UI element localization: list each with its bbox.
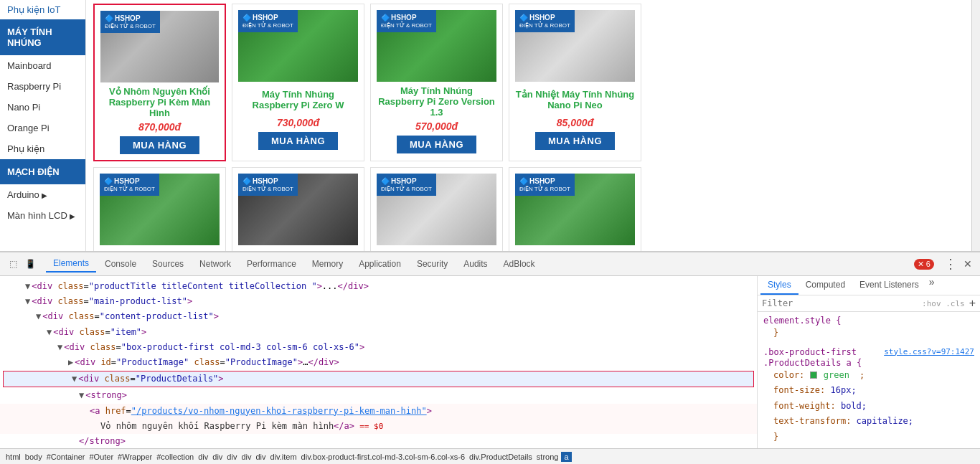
color-swatch-green: [810, 371, 817, 379]
breadcrumb-wrapper[interactable]: #Wrapper: [116, 453, 154, 461]
tab-audits[interactable]: Audits: [456, 256, 494, 272]
breadcrumb-bar: html body #Container #Outer #Wrapper #co…: [0, 448, 980, 464]
sidebar-item-raspberry[interactable]: Raspberry Pi: [0, 76, 85, 97]
product-title-4: Tản Nhiệt Máy Tính Nhúng Nano Pi Neo: [515, 85, 635, 114]
css-close-element: }: [763, 326, 974, 341]
sidebar-section-header-0: MÁY TÍNH NHÚNG: [0, 19, 85, 55]
tab-styles[interactable]: Styles: [760, 276, 798, 295]
buy-button-2[interactable]: MUA HÀNG: [258, 132, 338, 150]
breadcrumb-div5[interactable]: div: [254, 453, 267, 461]
tab-network[interactable]: Network: [192, 256, 238, 272]
hshop-logo-4: 🔷HSHOP ĐIỆN TỬ & ROBOT: [515, 10, 575, 32]
html-line-7: ▼<div class="ProductDetails">: [3, 371, 754, 387]
html-line-11: </strong>: [0, 434, 757, 448]
devtools-icons: ⬚ 📱: [6, 257, 37, 271]
breadcrumb-div4[interactable]: div: [240, 453, 253, 461]
devtools-right-icons: ✕ 6 ⋮ ✕: [914, 256, 974, 272]
device-icon[interactable]: 📱: [23, 257, 37, 271]
breadcrumb-div1[interactable]: div: [197, 453, 209, 461]
breadcrumb-strong[interactable]: strong: [535, 453, 560, 461]
expand-arrow-8[interactable]: ▼: [79, 390, 84, 400]
buy-button-4[interactable]: MUA HÀNG: [535, 132, 615, 150]
breadcrumb-div3[interactable]: div: [225, 453, 238, 461]
devtools-close-button[interactable]: ✕: [961, 257, 974, 270]
css-close-box: }: [763, 430, 974, 445]
tab-sources[interactable]: Sources: [145, 256, 191, 272]
css-prop-fontweight: font-weight: bold;: [763, 399, 974, 415]
hshop-logo-8: 🔷HSHOP ĐIỆN TỬ & ROBOT: [515, 174, 575, 196]
css-rule-element-style: element.style { }: [763, 315, 974, 341]
tab-memory[interactable]: Memory: [305, 256, 350, 272]
product-price-4: 85,000đ: [515, 117, 635, 128]
tab-adblock[interactable]: AdBlock: [496, 256, 542, 272]
styles-add-button[interactable]: +: [969, 298, 976, 309]
expand-arrow-3[interactable]: ▼: [36, 311, 41, 321]
expand-arrow-2[interactable]: ▼: [25, 296, 30, 306]
css-prop-texttransform: text-transform: capitalize;: [763, 414, 974, 430]
product-price-3: 570,000đ: [377, 120, 496, 132]
breadcrumb-collection[interactable]: #collection: [155, 453, 195, 461]
html-line-3: ▼<div class="content-product-list">: [0, 309, 757, 324]
product-img-3: 🔷HSHOP ĐIỆN TỬ & ROBOT: [377, 10, 496, 82]
breadcrumb-container[interactable]: #Container: [45, 453, 87, 461]
equals-marker: == $0: [359, 422, 383, 431]
product-price-1: 870,000đ: [100, 121, 219, 133]
expand-arrow-6[interactable]: ▶: [68, 357, 73, 367]
buy-button-3[interactable]: MUA HÀNG: [397, 136, 476, 153]
tab-security[interactable]: Security: [410, 256, 455, 272]
sidebar-top-link[interactable]: Phụ kiện IoT: [0, 0, 85, 19]
html-panel[interactable]: ▼<div class="productTitle titleContent t…: [0, 276, 758, 448]
scrollbar-right[interactable]: [971, 0, 980, 251]
tab-computed[interactable]: Computed: [798, 276, 852, 295]
tab-console[interactable]: Console: [98, 256, 143, 272]
breadcrumb-outer[interactable]: #Outer: [88, 453, 115, 461]
product-card-2: 🔷HSHOP ĐIỆN TỬ & ROBOT Máy Tính Nhúng Ra…: [232, 4, 364, 161]
tab-elements[interactable]: Elements: [46, 255, 96, 273]
breadcrumb-product-details[interactable]: div.ProductDetails: [468, 453, 534, 461]
sidebar-item-lcd[interactable]: Màn hình LCD: [0, 205, 85, 226]
breadcrumb-box-product[interactable]: div.box-product-first.col-md-3.col-sm-6.…: [300, 453, 466, 461]
css-selector-productdetails: .ProductDetails a {: [763, 358, 974, 368]
devtools-menu-icon[interactable]: ⋮: [944, 256, 957, 272]
tab-application[interactable]: Application: [352, 256, 408, 272]
sidebar-item-mainboard[interactable]: Mainboard: [0, 55, 85, 76]
sidebar-item-phukien[interactable]: Phụ kiện: [0, 138, 85, 159]
html-line-5: ▼<div class="box-product-first col-md-3 …: [0, 340, 757, 355]
css-source-box: .box-product-first style.css?v=97:1427: [763, 347, 974, 357]
styles-tab-more[interactable]: »: [929, 276, 935, 295]
href-link[interactable]: "/products/vo-nhom-nguyen-khoi-raspberry…: [131, 406, 427, 416]
product-card-7: 🔷HSHOP ĐIỆN TỬ & ROBOT: [370, 167, 503, 251]
css-source-link-1[interactable]: style.css?v=97:1427: [884, 347, 974, 357]
product-title-3: Máy Tính Nhúng Raspberry Pi Zero Version…: [377, 85, 496, 118]
breadcrumb-body[interactable]: body: [24, 453, 44, 461]
breadcrumb-div2[interactable]: div: [211, 453, 224, 461]
hshop-logo-1: 🔷HSHOP ĐIỆN TỬ & ROBOT: [100, 11, 160, 33]
inspect-icon[interactable]: ⬚: [6, 257, 20, 271]
product-card-3: 🔷HSHOP ĐIỆN TỬ & ROBOT Máy Tính Nhúng Ra…: [370, 4, 503, 161]
expand-arrow-7[interactable]: ▼: [72, 374, 77, 384]
html-line-2: ▼<div class="main-product-list">: [0, 294, 757, 309]
expand-arrow-5[interactable]: ▼: [57, 342, 62, 352]
expand-arrow-4[interactable]: ▼: [47, 327, 52, 337]
hshop-logo-7: 🔷HSHOP ĐIỆN TỬ & ROBOT: [377, 174, 436, 196]
product-img-1: 🔷HSHOP ĐIỆN TỬ & ROBOT: [100, 11, 219, 82]
product-img-7: 🔷HSHOP ĐIỆN TỬ & ROBOT: [377, 174, 496, 245]
sidebar-item-orangepi[interactable]: Orange Pi: [0, 118, 85, 138]
breadcrumb-div-item[interactable]: div.item: [269, 453, 298, 461]
styles-filter-input[interactable]: [762, 298, 918, 308]
buy-button-1[interactable]: MUA HÀNG: [120, 136, 199, 154]
css-prop-color: color: green;: [763, 368, 974, 384]
error-badge: ✕ 6: [914, 259, 934, 270]
html-line-6: ▶<div id="ProductImage" class="ProductIm…: [0, 355, 757, 370]
expand-arrow-1[interactable]: ▼: [25, 281, 30, 291]
devtools-topbar: ⬚ 📱 Elements Console Sources Network Per…: [0, 252, 980, 276]
html-line-10: Vỏ nhôm nguyên khối Raspberry Pi kèm màn…: [0, 419, 757, 434]
tab-event-listeners[interactable]: Event Listeners: [852, 276, 926, 295]
tab-performance[interactable]: Performance: [240, 256, 303, 272]
product-card-1: 🔷HSHOP ĐIỆN TỬ & ROBOT Vỏ Nhôm Nguyên Kh…: [93, 4, 226, 161]
breadcrumb-a[interactable]: a: [561, 452, 571, 462]
sidebar-item-nanopi[interactable]: Nano Pi: [0, 97, 85, 118]
devtools-body: ▼<div class="productTitle titleContent t…: [0, 276, 980, 448]
breadcrumb-html[interactable]: html: [4, 453, 22, 461]
sidebar-item-arduino[interactable]: Arduino: [0, 184, 85, 205]
